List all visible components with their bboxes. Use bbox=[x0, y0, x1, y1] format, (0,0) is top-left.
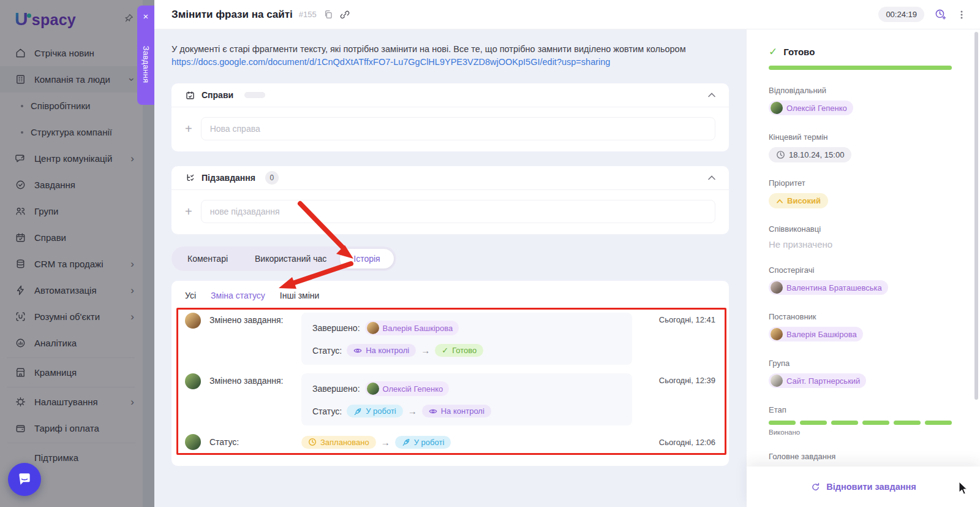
history-action-label: Статус: bbox=[209, 437, 301, 447]
tab-comments[interactable]: Коментарі bbox=[174, 249, 241, 269]
scrollbar-thumb[interactable] bbox=[974, 32, 978, 400]
deadline-pill[interactable]: 18.10.24, 15:00 bbox=[769, 147, 851, 162]
responsible-person-pill[interactable]: Олексій Гепенко bbox=[769, 101, 853, 115]
arrow-separator: → bbox=[421, 345, 430, 356]
status-label: Статус: bbox=[312, 346, 342, 356]
status-pill-review: На контролі bbox=[347, 344, 416, 357]
status-label: Статус: bbox=[312, 406, 342, 416]
filter-all[interactable]: Усі bbox=[185, 291, 196, 300]
person-name: Олексій Гепенко bbox=[383, 384, 443, 394]
timer-value[interactable]: 00:24:19 bbox=[878, 7, 924, 22]
new-subtask-input[interactable] bbox=[201, 200, 715, 223]
status-from: Заплановано bbox=[320, 438, 369, 447]
person-name: Валентина Браташевська bbox=[786, 283, 882, 292]
status-to: На контролі bbox=[441, 406, 484, 416]
coexecutors-empty-value[interactable]: Не призначено bbox=[769, 239, 952, 250]
history-timestamp: Сьогодні, 12:41 bbox=[659, 313, 715, 324]
task-panel-side-tab[interactable]: × Завдання bbox=[137, 6, 154, 105]
author-person-pill[interactable]: Валерія Башкірова bbox=[769, 327, 863, 341]
filter-other-changes[interactable]: Інші зміни bbox=[280, 291, 320, 300]
status-from: У роботі bbox=[366, 406, 396, 416]
stage-value: Виконано bbox=[769, 429, 952, 436]
history-item: Статус: Заплановано → У роботі Сьогодні,… bbox=[185, 434, 715, 450]
subtasks-card: Підзавдання 0 + bbox=[172, 166, 729, 234]
copy-icon[interactable] bbox=[323, 9, 333, 20]
tab-history[interactable]: Історія bbox=[340, 249, 393, 269]
loading-skeleton bbox=[244, 92, 265, 98]
page-title: Змінити фрази на сайті bbox=[172, 9, 293, 21]
restore-task-button[interactable]: Відновити завдання bbox=[810, 482, 916, 492]
filter-status-change[interactable]: Зміна статусу bbox=[211, 291, 265, 300]
rocket-icon bbox=[402, 438, 410, 446]
collapse-chevron-icon[interactable] bbox=[708, 93, 715, 97]
field-label: Співвиконавці bbox=[769, 224, 952, 234]
avatar bbox=[185, 373, 201, 389]
status-pill-planned: Заплановано bbox=[301, 436, 376, 449]
history-item: Змінено завдання: Завершено: Олексій Геп… bbox=[185, 373, 715, 425]
clock-icon bbox=[308, 438, 317, 446]
avatar bbox=[771, 102, 783, 114]
collapse-chevron-icon[interactable] bbox=[708, 175, 715, 180]
field-label: Група bbox=[769, 359, 952, 368]
close-icon[interactable]: × bbox=[143, 12, 149, 21]
status-from: На контролі bbox=[366, 346, 409, 355]
eye-icon bbox=[429, 407, 437, 416]
plus-icon[interactable]: + bbox=[185, 123, 192, 135]
field-label: Кінцевий термін bbox=[769, 132, 952, 142]
support-chat-button[interactable] bbox=[8, 463, 41, 496]
field-label: Постановник bbox=[769, 312, 952, 321]
person-name: Валерія Башкірова bbox=[383, 324, 453, 333]
description-link[interactable]: https://docs.google.com/document/d/1CnQd… bbox=[172, 57, 610, 67]
arrow-separator: → bbox=[381, 437, 390, 448]
avatar bbox=[367, 322, 379, 334]
subtasks-count-badge: 0 bbox=[265, 171, 279, 185]
group-pill[interactable]: Сайт. Партнерський bbox=[769, 373, 866, 388]
person-pill[interactable]: Валерія Башкірова bbox=[365, 321, 459, 335]
history-timestamp: Сьогодні, 12:06 bbox=[659, 438, 715, 447]
avatar bbox=[185, 313, 201, 329]
priority-pill[interactable]: Високий bbox=[769, 193, 828, 208]
task-details-sidebar: ✓ Готово Відповідальний Олексій Гепенко … bbox=[746, 29, 980, 507]
task-panel: Змінити фрази на сайті #155 00:24:19 У д… bbox=[154, 0, 980, 507]
eye-icon bbox=[353, 346, 362, 355]
completed-label: Завершено: bbox=[312, 323, 360, 333]
status-progress-bar bbox=[769, 66, 952, 70]
subtasks-icon bbox=[185, 173, 195, 183]
completed-label: Завершено: bbox=[312, 384, 360, 394]
deadline-value: 18.10.24, 15:00 bbox=[789, 150, 844, 159]
history-filters: Усі Зміна статусу Інші зміни bbox=[185, 291, 715, 300]
modal-dim-overlay bbox=[0, 0, 154, 507]
calendar-check-icon bbox=[185, 90, 195, 101]
avatar bbox=[771, 328, 783, 340]
description-text: У документі є старі фрагменти тексту, як… bbox=[172, 44, 686, 54]
link-icon[interactable] bbox=[339, 9, 350, 20]
status-pill-progress: У роботі bbox=[347, 405, 403, 417]
new-activity-input[interactable] bbox=[201, 117, 715, 140]
stage-progress-bar[interactable] bbox=[769, 421, 952, 425]
person-pill[interactable]: Олексій Гепенко bbox=[365, 381, 450, 396]
person-name: Олексій Гепенко bbox=[786, 104, 847, 113]
field-label: Відповідальний bbox=[769, 86, 952, 95]
clock-icon bbox=[776, 150, 785, 159]
avatar bbox=[185, 434, 201, 450]
task-description: У документі є старі фрагменти тексту, як… bbox=[172, 43, 729, 69]
tab-time-spent[interactable]: Використаний час bbox=[241, 249, 340, 269]
status-to: У роботі bbox=[414, 438, 445, 447]
group-name: Сайт. Партнерський bbox=[786, 376, 860, 386]
history-action-label: Змінено завдання: bbox=[209, 373, 301, 386]
priority-value: Високий bbox=[787, 196, 821, 205]
history-item: Змінено завдання: Завершено: Валерія Баш… bbox=[185, 313, 715, 365]
kebab-menu-icon[interactable] bbox=[957, 10, 967, 20]
field-label: Етап bbox=[769, 405, 952, 414]
plus-icon[interactable]: + bbox=[185, 205, 192, 218]
activities-title: Справи bbox=[202, 90, 233, 100]
task-status-selector[interactable]: ✓ Готово bbox=[769, 45, 952, 58]
detail-tabs: Коментарі Використаний час Історія bbox=[172, 246, 396, 271]
history-card: Усі Зміна статусу Інші зміни Змінено зав… bbox=[172, 281, 729, 466]
watcher-person-pill[interactable]: Валентина Браташевська bbox=[769, 280, 888, 295]
field-label: Пріоритет bbox=[769, 178, 952, 188]
arrow-separator: → bbox=[408, 406, 417, 416]
add-time-clock-icon[interactable] bbox=[934, 8, 947, 21]
task-content: У документі є старі фрагменти тексту, як… bbox=[154, 29, 746, 507]
status-pill-review: На контролі bbox=[422, 405, 491, 417]
